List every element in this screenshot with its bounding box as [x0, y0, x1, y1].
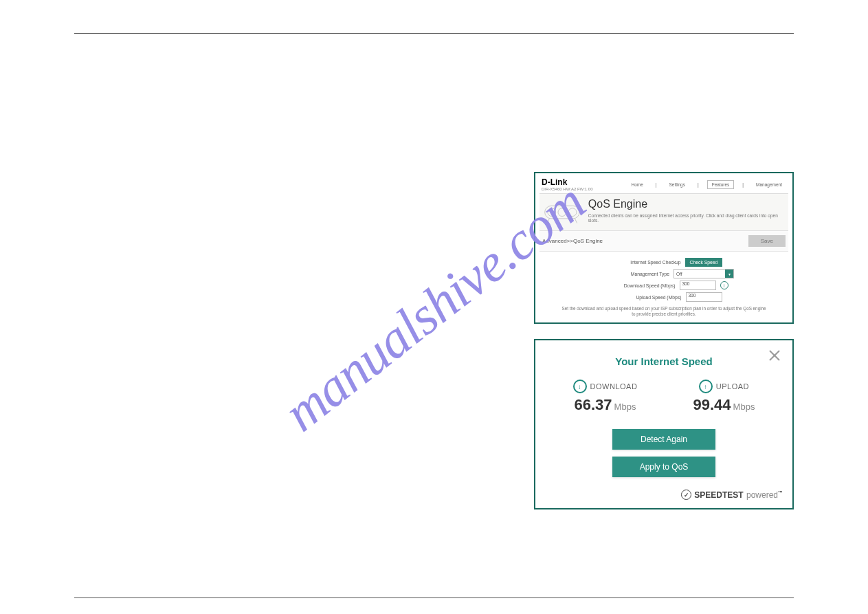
traffic-light-icon [544, 201, 584, 225]
router-nav: Home| Settings| Features| Management [627, 180, 786, 189]
model-line: DIR-X5460 HW:A2 FW:1.00 [542, 187, 592, 191]
top-divider [74, 33, 794, 34]
download-arrow-icon: ↓ [573, 380, 587, 393]
qos-form: Internet Speed Checkup Check Speed Manag… [539, 252, 788, 318]
checkup-label: Internet Speed Checkup [605, 260, 681, 265]
dlink-logo: D-Link [542, 177, 592, 187]
detect-again-button[interactable]: Detect Again [612, 429, 715, 450]
upload-unit: Mbps [733, 402, 755, 412]
mgmt-type-label: Management Type [594, 272, 669, 276]
hero-desc: Connected clients can be assigned Intern… [588, 213, 786, 223]
hero-title: QoS Engine [588, 198, 786, 210]
form-note: Set the download and upload speed based … [560, 306, 768, 317]
upload-label: UPLOAD [716, 382, 749, 391]
upload-column: ↑ UPLOAD 99.44Mbps [693, 380, 755, 414]
nav-home[interactable]: Home [627, 181, 647, 188]
download-speed-label: Download Speed (Mbps) [600, 283, 676, 288]
check-speed-button[interactable]: Check Speed [685, 258, 723, 267]
chevron-down-icon: ▾ [725, 270, 733, 278]
download-column: ↓ DOWNLOAD 66.37Mbps [573, 380, 638, 414]
close-icon[interactable] [766, 347, 783, 364]
svg-line-5 [575, 219, 577, 223]
svg-rect-0 [545, 206, 579, 218]
nav-settings[interactable]: Settings [665, 181, 689, 188]
upload-speed-input[interactable]: 300 [686, 292, 722, 302]
mgmt-type-select[interactable]: Off ▾ [674, 269, 734, 278]
svg-point-1 [548, 208, 556, 217]
download-label: DOWNLOAD [590, 382, 638, 391]
upload-arrow-icon: ↑ [699, 380, 713, 393]
download-speed-input[interactable]: 300 [680, 281, 716, 290]
router-topbar: D-Link DIR-X5460 HW:A2 FW:1.00 Home| Set… [539, 177, 788, 194]
router-hero: QoS Engine Connected clients can be assi… [539, 194, 788, 231]
download-unit: Mbps [614, 402, 636, 412]
svg-point-3 [568, 208, 577, 217]
speed-popup-title: Your Internet Speed [545, 355, 783, 367]
download-value: 66.37 [575, 396, 612, 413]
speedtest-icon: ✓ [681, 490, 691, 500]
speed-popup-figure: Your Internet Speed ↓ DOWNLOAD 66.37Mbps… [534, 339, 794, 509]
info-icon[interactable]: i [720, 281, 728, 289]
apply-to-qos-button[interactable]: Apply to QoS [612, 457, 715, 477]
upload-speed-label: Upload Speed (Mbps) [606, 295, 682, 300]
speedtest-powered: ✓ SPEEDTEST powered™ [545, 490, 783, 500]
svg-line-4 [547, 219, 549, 223]
upload-value: 99.44 [693, 396, 731, 413]
svg-point-2 [558, 208, 566, 217]
save-button[interactable]: Save [748, 235, 786, 247]
figures-column: D-Link DIR-X5460 HW:A2 FW:1.00 Home| Set… [534, 172, 794, 509]
breadcrumb: Advanced>>QoS Engine [542, 238, 603, 244]
nav-management[interactable]: Management [752, 181, 786, 188]
router-qos-figure: D-Link DIR-X5460 HW:A2 FW:1.00 Home| Set… [534, 172, 794, 324]
bottom-divider [74, 597, 794, 598]
mgmt-type-value: Off [676, 272, 682, 276]
nav-features[interactable]: Features [707, 180, 735, 189]
